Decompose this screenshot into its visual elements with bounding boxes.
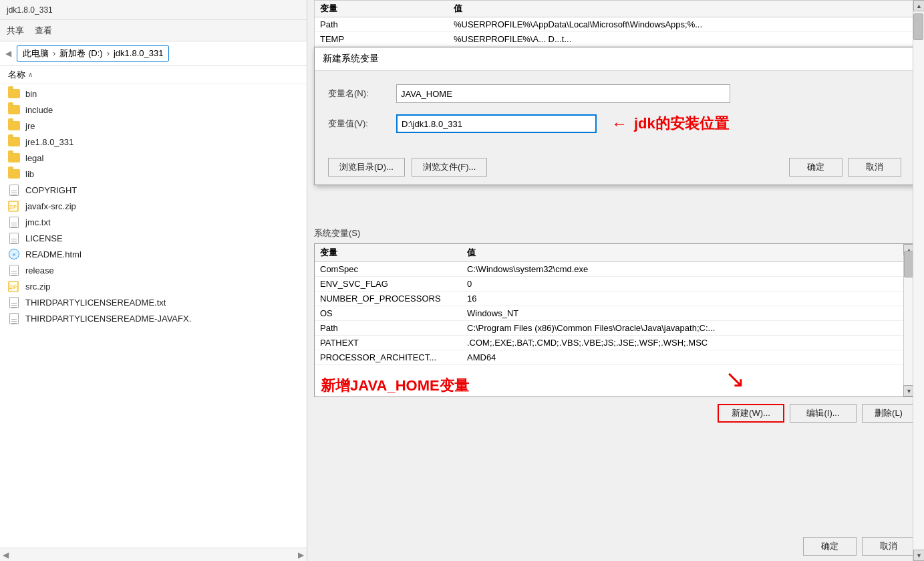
table-row[interactable]: TEMP %USERPROFILE%\A... D...t... xyxy=(315,32,915,47)
file-name: THIRDPARTYLICENSEREADME-JAVAFX. xyxy=(25,314,191,324)
breadcrumb-drive: 新加卷 (D:) xyxy=(59,47,102,60)
list-item[interactable]: THIRDPARTYLICENSEREADME.txt xyxy=(0,294,307,310)
table-row[interactable]: NUMBER_OF_PROCESSORS 16 xyxy=(315,292,915,306)
var-name-label: 变量名(N): xyxy=(328,88,388,100)
list-item[interactable]: COPYRIGHT xyxy=(0,182,307,198)
sys-var-value: C:\Program Files (x86)\Common Files\Orac… xyxy=(462,321,915,336)
edit-button[interactable]: 编辑(I)... xyxy=(790,404,857,423)
list-item[interactable]: include xyxy=(0,102,307,118)
file-name: release xyxy=(25,265,54,275)
bottom-buttons: 确定 取消 xyxy=(314,532,915,561)
file-explorer-panel: jdk1.8.0_331 共享 查看 ◀ 此电脑 › 新加卷 (D:) › jd… xyxy=(0,0,307,561)
window-title: jdk1.8.0_331 xyxy=(7,5,53,15)
action-buttons-row: ↘ 新建(W)... 编辑(I)... 删除(L) xyxy=(314,404,915,423)
svg-text:ZIP: ZIP xyxy=(9,285,17,290)
bottom-annotation: 新增JAVA_HOME变量 xyxy=(321,376,469,396)
sys-vars-table: 变量 值 ComSpec C:\Windows\system32\cmd.exe… xyxy=(315,244,915,365)
file-zip-icon: ZIP xyxy=(8,200,20,212)
file-name: bin xyxy=(25,89,37,99)
list-item[interactable]: ZIP src.zip xyxy=(0,278,307,294)
table-row[interactable]: PATHEXT .COM;.EXE;.BAT;.CMD;.VBS;.VBE;JS… xyxy=(315,336,915,350)
sys-var-name: NUMBER_OF_PROCESSORS xyxy=(315,292,462,306)
red-arrow-icon: ← xyxy=(611,114,627,133)
file-name: jre xyxy=(25,121,35,131)
list-item[interactable]: bin xyxy=(0,86,307,102)
list-item[interactable]: release xyxy=(0,262,307,278)
file-name: THIRDPARTYLICENSEREADME.txt xyxy=(25,298,166,308)
right-panel: 变量 值 Path %USERPROFILE%\AppData\Local\Mi… xyxy=(307,0,924,561)
file-name: lib xyxy=(25,169,34,179)
sort-name-label[interactable]: 名称 xyxy=(8,69,25,81)
file-name: javafx-src.zip xyxy=(25,201,76,211)
right-scroll-up-btn[interactable]: ▲ xyxy=(913,0,924,11)
breadcrumb[interactable]: 此电脑 › 新加卷 (D:) › jdk1.8.0_331 xyxy=(17,45,169,62)
title-bar: jdk1.8.0_331 xyxy=(0,0,307,20)
folder-icon xyxy=(8,152,20,164)
list-item[interactable]: lib xyxy=(0,166,307,182)
folder-icon xyxy=(8,168,20,180)
sys-var-name: Path xyxy=(315,321,462,336)
scroll-left-icon[interactable]: ◀ xyxy=(3,550,9,560)
file-name: LICENSE xyxy=(25,233,63,243)
table-row[interactable]: Path %USERPROFILE%\AppData\Local\Microso… xyxy=(315,17,915,32)
var-name-input[interactable] xyxy=(396,84,730,103)
list-item[interactable]: ZIP javafx-src.zip xyxy=(0,198,307,214)
sort-bar: 名称 ∧ xyxy=(0,66,307,84)
new-arrow-icon: ↘ xyxy=(725,367,745,391)
bottom-cancel-button[interactable]: 取消 xyxy=(862,537,915,556)
top-env-header-name: 变量 xyxy=(320,3,454,15)
list-item[interactable]: LICENSE xyxy=(0,230,307,246)
new-button[interactable]: 新建(W)... xyxy=(718,404,784,423)
env-var-name: TEMP xyxy=(320,34,454,44)
toolbar: 共享 查看 xyxy=(0,20,307,41)
list-item[interactable]: jmc.txt xyxy=(0,214,307,230)
sys-vars-col-name: 变量 xyxy=(315,244,462,262)
table-row[interactable]: ENV_SVC_FLAG 0 xyxy=(315,277,915,292)
file-list: bin include jre jre1.8.0_331 legal lib xyxy=(0,84,307,548)
sys-var-name: ComSpec xyxy=(315,262,462,277)
list-item[interactable]: THIRDPARTYLICENSEREADME-JAVAFX. xyxy=(0,310,307,326)
sort-arrow-icon: ∧ xyxy=(28,71,33,78)
dialog-title: 新建系统变量 xyxy=(315,47,915,71)
sys-var-value: 0 xyxy=(462,277,915,292)
svg-text:ZIP: ZIP xyxy=(9,205,17,209)
browse-file-button[interactable]: 浏览文件(F)... xyxy=(412,158,487,177)
env-var-name: Path xyxy=(320,19,454,29)
sys-var-value: AMD64 xyxy=(462,350,915,365)
file-html-icon: e xyxy=(8,248,20,260)
file-doc-icon xyxy=(8,264,20,276)
dialog-ok-button[interactable]: 确定 xyxy=(789,158,842,177)
sys-var-value: 16 xyxy=(462,292,915,306)
left-nav-icon[interactable]: ◀ xyxy=(5,49,11,58)
list-item[interactable]: legal xyxy=(0,150,307,166)
table-row[interactable]: OS Windows_NT xyxy=(315,306,915,321)
right-scroll-thumb[interactable] xyxy=(913,13,923,40)
var-value-label: 变量值(V): xyxy=(328,118,388,130)
file-doc-icon xyxy=(8,184,20,196)
var-value-input[interactable] xyxy=(396,114,597,133)
file-zip-icon: ZIP xyxy=(8,280,20,292)
delete-button[interactable]: 删除(L) xyxy=(862,404,915,423)
scroll-right-icon[interactable]: ▶ xyxy=(298,550,304,560)
toolbar-share[interactable]: 共享 xyxy=(7,25,24,37)
list-item[interactable]: e README.html xyxy=(0,246,307,262)
right-edge-scrollbar[interactable]: ▲ ▼ xyxy=(913,0,924,561)
breadcrumb-sep1: › xyxy=(53,48,55,58)
dialog-cancel-button[interactable]: 取消 xyxy=(848,158,901,177)
table-row[interactable]: PROCESSOR_ARCHITECT... AMD64 xyxy=(315,350,915,365)
sys-var-value: Windows_NT xyxy=(462,306,915,321)
horizontal-scrollbar[interactable]: ◀ ▶ xyxy=(0,548,307,561)
file-doc-icon xyxy=(8,312,20,324)
annotation-container: ← jdk的安装位置 xyxy=(611,114,729,134)
table-row[interactable]: ComSpec C:\Windows\system32\cmd.exe xyxy=(315,262,915,277)
list-item[interactable]: jre1.8.0_331 xyxy=(0,134,307,150)
list-item[interactable]: jre xyxy=(0,118,307,134)
breadcrumb-folder: jdk1.8.0_331 xyxy=(114,48,163,58)
folder-icon xyxy=(8,136,20,148)
toolbar-view[interactable]: 查看 xyxy=(35,25,52,37)
table-row[interactable]: Path C:\Program Files (x86)\Common Files… xyxy=(315,321,915,336)
bottom-ok-button[interactable]: 确定 xyxy=(803,537,857,556)
browse-dir-button[interactable]: 浏览目录(D)... xyxy=(328,158,405,177)
right-scroll-down-btn[interactable]: ▼ xyxy=(913,550,924,561)
file-doc-icon xyxy=(8,216,20,228)
